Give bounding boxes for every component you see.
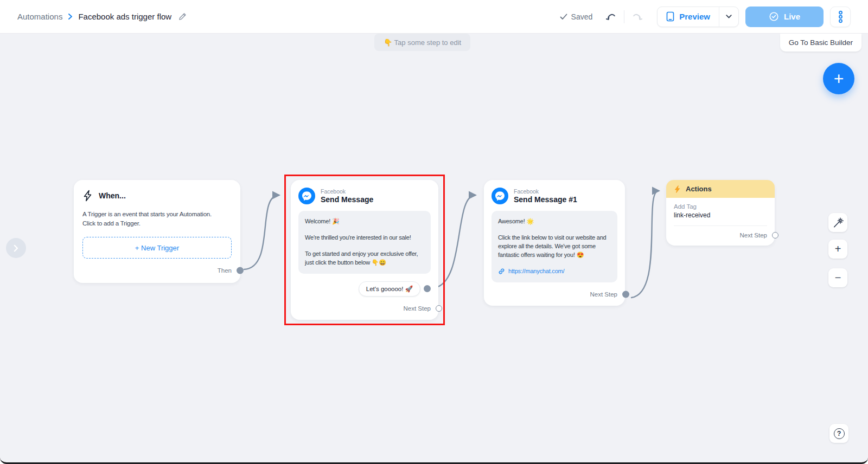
sidebar-expand-handle[interactable]: [6, 238, 26, 258]
actions-card-header: Actions: [666, 180, 775, 198]
plus-icon: +: [835, 243, 841, 255]
next-step-connector-dot[interactable]: [436, 305, 442, 312]
then-connector-dot[interactable]: [237, 267, 244, 274]
message-bubble[interactable]: Awesome! 🌟 Click the link below to visit…: [492, 211, 617, 282]
step-title: Send Message: [321, 195, 373, 204]
live-toggle-button[interactable]: Live: [745, 7, 824, 27]
auto-arrange-button[interactable]: [828, 213, 847, 232]
send-message-1-titles: Facebook Send Message #1: [514, 188, 577, 204]
flow-canvas[interactable]: 👇 Tap some step to edit Go To Basic Buil…: [0, 34, 868, 464]
magic-wand-icon: [832, 217, 844, 228]
redo-icon: [630, 10, 643, 23]
trigger-card-header: When...: [82, 190, 232, 202]
send-message-header: Facebook Send Message: [298, 188, 431, 204]
send-message-step-card[interactable]: Facebook Send Message Welcome! 🎉 We're t…: [291, 180, 438, 320]
chevron-down-icon: [726, 15, 732, 18]
next-step-label: Next Step: [590, 291, 618, 298]
zoom-in-button[interactable]: +: [828, 240, 847, 259]
next-step-connector-dot[interactable]: [772, 232, 778, 239]
check-circle-icon: [769, 11, 779, 22]
quick-reply-row: Let's gooooo! 🚀: [298, 281, 431, 297]
send-message-titles: Facebook Send Message: [321, 188, 373, 204]
message-paragraph: Welcome! 🎉: [305, 217, 424, 226]
then-label: Then: [218, 267, 232, 274]
channel-label: Facebook: [321, 188, 373, 195]
add-step-button[interactable]: +: [823, 63, 854, 94]
edit-pencil-icon[interactable]: [178, 12, 187, 21]
next-step-connector-dot[interactable]: [622, 291, 629, 298]
kebab-dots-icon: [838, 10, 843, 23]
actions-step-card[interactable]: Actions Add Tag link-received Next Step: [666, 180, 775, 246]
message-paragraph: To get started and enjoy your exclusive …: [305, 250, 424, 267]
next-step-row: Next Step: [298, 305, 431, 312]
question-icon: ?: [834, 428, 845, 439]
saved-status: Saved: [560, 12, 593, 21]
chevron-right-icon: [14, 244, 18, 252]
redo-button[interactable]: [629, 9, 645, 25]
message-paragraph: Awesome! 🌟: [498, 217, 611, 226]
saved-label: Saved: [571, 12, 593, 21]
live-label: Live: [784, 12, 800, 21]
message-paragraph: We're thrilled you're interested in our …: [305, 234, 424, 242]
messenger-icon: [492, 188, 508, 204]
check-icon: [560, 14, 567, 20]
action-type-label: Add Tag: [674, 203, 767, 210]
more-menu-button[interactable]: [830, 7, 851, 27]
divider: [624, 10, 624, 23]
lightning-icon: [674, 185, 681, 194]
message-link[interactable]: https://manychat.com/: [508, 267, 564, 276]
flow-builder-window: Automations Facebook ads trigger flow Sa…: [0, 0, 868, 464]
chevron-right-icon: [68, 13, 73, 20]
send-message-1-header: Facebook Send Message #1: [492, 188, 617, 204]
next-step-row: Next Step: [492, 291, 617, 298]
button-connector-dot[interactable]: [424, 285, 431, 292]
preview-dropdown-button[interactable]: [719, 7, 738, 27]
divider: [674, 225, 767, 226]
trigger-description: A Trigger is an event that starts your A…: [82, 210, 232, 228]
undo-icon: [605, 10, 618, 23]
next-step-row: Next Step: [674, 231, 767, 239]
tap-step-hint: 👇 Tap some step to edit: [374, 34, 470, 51]
preview-label: Preview: [679, 12, 710, 21]
zoom-out-button[interactable]: −: [828, 268, 847, 287]
phone-icon: [666, 11, 674, 22]
flow-title[interactable]: Facebook ads trigger flow: [78, 12, 171, 21]
messenger-icon: [298, 188, 315, 204]
wire-then-to-send-message: [244, 195, 279, 269]
topbar-actions: Saved Preview: [560, 7, 851, 27]
minus-icon: −: [835, 272, 841, 284]
channel-label: Facebook: [514, 188, 577, 195]
link-row[interactable]: https://manychat.com/: [498, 267, 611, 276]
link-icon: [498, 268, 505, 275]
step-title: Send Message #1: [514, 195, 577, 204]
send-message-1-step-card[interactable]: Facebook Send Message #1 Awesome! 🌟 Clic…: [484, 180, 625, 306]
top-bar: Automations Facebook ads trigger flow Sa…: [0, 0, 868, 34]
breadcrumb-automations[interactable]: Automations: [17, 12, 62, 21]
quick-reply-button[interactable]: Let's gooooo! 🚀: [359, 281, 420, 297]
message-paragraph: Click the link below to visit our websit…: [498, 234, 611, 260]
trigger-card-title: When...: [99, 191, 126, 200]
next-step-label: Next Step: [740, 232, 768, 239]
message-bubble[interactable]: Welcome! 🎉 We're thrilled you're interes…: [298, 211, 431, 274]
go-to-basic-builder-button[interactable]: Go To Basic Builder: [780, 34, 861, 51]
help-button[interactable]: ?: [829, 424, 848, 443]
preview-button[interactable]: Preview: [658, 7, 719, 27]
actions-card-title: Actions: [686, 185, 712, 193]
action-tag-value: link-received: [674, 211, 767, 219]
next-step-label: Next Step: [404, 305, 431, 312]
actions-card-body: Add Tag link-received Next Step: [666, 198, 775, 246]
then-row: Then: [82, 267, 232, 274]
trigger-step-card[interactable]: When... A Trigger is an event that start…: [74, 180, 240, 283]
lightning-icon: [82, 190, 93, 202]
undo-button[interactable]: [603, 9, 620, 25]
new-trigger-button[interactable]: + New Trigger: [82, 237, 232, 259]
wire-next-step-to-actions: [631, 191, 659, 298]
breadcrumb: Automations Facebook ads trigger flow: [17, 12, 187, 21]
plus-icon: +: [834, 69, 844, 89]
preview-split-button: Preview: [657, 7, 739, 27]
